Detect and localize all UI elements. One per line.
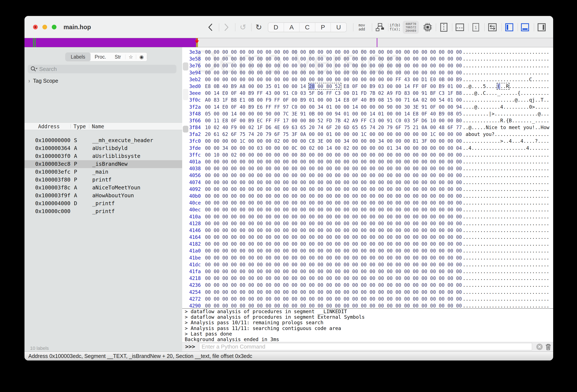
cell-name: _printf (92, 200, 115, 207)
hex-row-3fa2[interactable]: 3fa220 61 62 6F 75 74 20 79 6F 75 3F 0A … (182, 131, 553, 138)
clear-console-button[interactable]: ✕ (536, 344, 543, 350)
hex-row-4092[interactable]: 409200 00 00 00 00 00 00 00 00 00 00 00 … (182, 186, 553, 193)
split-view-button[interactable] (438, 22, 450, 32)
segment-d-button[interactable]: D (268, 23, 284, 32)
sidebar-tab-scope[interactable]: ◉ (136, 53, 147, 61)
hex-row-3e76[interactable]: 3e7600 00 00 00 00 00 00 00 00 00 00 00 … (182, 62, 553, 69)
sidebar-tab-labels[interactable]: Labels (65, 53, 91, 61)
hex-row-4236[interactable]: 423600 00 00 00 00 00 00 00 00 00 00 00 … (182, 282, 553, 288)
label-row-__mh_execute_header[interactable]: 0x100000000S__mh_execute_header (25, 137, 182, 144)
hex-row-3eee[interactable]: 3eee00 14 E0 0F 40 B9 FF 43 00 91 C0 03 … (182, 90, 553, 97)
sidebar-tab-str[interactable]: Str (110, 53, 125, 61)
column-divider[interactable] (89, 124, 89, 128)
label-row-_printf[interactable]: 0x100004000D_printf (25, 200, 182, 208)
labels-table-header[interactable]: Address Type Name (25, 122, 182, 130)
hex-row-4182[interactable]: 418200 00 00 00 00 00 00 00 00 00 00 00 … (182, 241, 553, 247)
flowchart-icon (375, 23, 385, 32)
hex-row-4056[interactable]: 405600 00 00 00 00 00 00 00 00 00 00 00 … (182, 172, 553, 179)
navigate-forward-button[interactable] (222, 22, 231, 32)
control-flow-graph-button[interactable] (373, 22, 387, 32)
pseudocode-button[interactable]: if(b) f(x); (388, 22, 402, 32)
hex-row-41dc[interactable]: 41dc00 00 00 00 00 00 00 00 00 00 00 00 … (182, 261, 553, 268)
hex-row-41fa[interactable]: 41fa00 00 00 00 00 00 00 00 00 00 00 00 … (182, 268, 553, 275)
hex-row-3f2a[interactable]: 3f2a00 14 E0 0F 40 B9 E6 FF FF 97 C0 00 … (182, 104, 553, 110)
horizontal-split-button[interactable] (454, 22, 466, 32)
python-command-input[interactable] (199, 343, 532, 350)
hex-row-3ffc[interactable]: 3ffc00 10 00 02 00 00 00 00 00 00 00 80 … (182, 151, 553, 158)
label-row-aNiceToMeetYoun[interactable]: 0x100003f8cAaNiceToMeetYoun (25, 184, 182, 192)
hex-row-40ec[interactable]: 40ec00 00 00 00 00 00 00 00 00 00 00 00 … (182, 206, 553, 213)
hex-row-4164[interactable]: 416400 00 00 00 00 00 00 00 00 00 00 00 … (182, 234, 553, 241)
hex-row-3f66[interactable]: 3f6600 11 E8 0F 00 B9 EC FF FF 17 00 00 … (182, 117, 553, 124)
trash-icon[interactable] (544, 343, 552, 351)
label-row-_printf[interactable]: 0x10000c000_printf (25, 208, 182, 215)
toggle-left-panel-button[interactable] (504, 22, 515, 32)
navigate-back-button[interactable] (206, 22, 215, 32)
hex-row-4146[interactable]: 414600 00 00 00 00 00 00 00 00 00 00 00 … (182, 227, 553, 234)
redo-button[interactable]: ↻ (254, 22, 264, 32)
label-row-_isBrandNew[interactable]: 0x100003ec8P_isBrandNew (25, 160, 182, 168)
hex-ascii: .............................. (463, 207, 549, 213)
column-divider[interactable] (71, 124, 71, 128)
hex-row-3e3a[interactable]: 3e3a00 00 00 00 00 00 00 00 00 00 00 00 … (182, 49, 553, 55)
segment-minimap-bar[interactable] (25, 38, 553, 47)
hex-ascii: about you?................... (463, 131, 549, 137)
hex-row-4290[interactable]: 429000 00 00 00 00 00 00 00 00 00 00 00 … (182, 302, 553, 308)
column-header-type[interactable]: Type (73, 124, 86, 130)
label-row-aUsrlibdyld[interactable]: 0x100000364AaUsrlibdyld (25, 144, 182, 152)
tag-scope-row[interactable]: › Tag Scope (28, 77, 58, 84)
hex-editor-pane[interactable]: Demo Version 3e3a00 00 00 00 00 00 00 00… (182, 47, 553, 308)
hex-row-3ed0[interactable]: 3ed0E8 0B 40 B9 A8 00 00 35 01 00 00 14 … (182, 83, 553, 90)
hex-row-41a0[interactable]: 41a000 00 00 00 00 00 00 00 00 00 00 00 … (182, 247, 553, 254)
hex-row-4254[interactable]: 425400 00 00 00 00 00 00 00 00 00 00 00 … (182, 289, 553, 295)
hex-row-3f0c[interactable]: 3f0cA0 83 1F B8 E1 0B 00 F9 FF 0F 00 B9 … (182, 97, 553, 103)
undo-button[interactable]: ↺ (238, 22, 248, 32)
label-row-aHowAboutYoun[interactable]: 0x100003f9fAaHowAboutYoun (25, 192, 182, 200)
label-row-_main[interactable]: 0x100003efcP_main (25, 168, 182, 176)
hex-row-3eb2[interactable]: 3eb200 00 00 00 00 00 00 00 00 00 00 00 … (182, 76, 553, 83)
label-row-printf[interactable]: 0x100003f80Pprintf (25, 176, 182, 184)
zoom-window-button[interactable] (52, 25, 56, 29)
hex-row-4272[interactable]: 427200 00 00 00 00 00 00 00 00 00 00 00 … (182, 295, 553, 302)
column-header-address[interactable]: Address (38, 124, 60, 130)
close-window-button[interactable] (33, 25, 38, 29)
hex-row-3fde[interactable]: 3fde00 00 34 00 00 00 03 00 00 00 0C 00 … (182, 145, 553, 151)
hex-row-4038[interactable]: 403800 00 00 00 00 00 00 00 00 00 00 00 … (182, 165, 553, 172)
search-input[interactable] (39, 66, 168, 73)
minimize-window-button[interactable] (42, 25, 47, 29)
hex-row-3fc0[interactable]: 3fc000 00 00 00 1C 00 00 00 02 00 00 00 … (182, 138, 553, 144)
toggle-right-panel-button[interactable] (536, 22, 547, 32)
column-header-name[interactable]: Name (92, 124, 104, 130)
hex-mode-button[interactable]: 486F70 706572 204469 (403, 21, 419, 34)
cell-addr: 0x100003ec8 (35, 161, 71, 167)
hex-row-40b0[interactable]: 40b000 00 00 00 00 00 00 00 00 00 00 00 … (182, 193, 553, 199)
hex-row-4128[interactable]: 412800 00 00 00 00 00 00 00 00 00 00 00 … (182, 220, 553, 227)
segment-a-button[interactable]: A (284, 23, 300, 32)
single-column-button[interactable]: 1 (470, 22, 482, 32)
segment-p-button[interactable]: P (315, 23, 331, 32)
hex-row-4218[interactable]: 421800 00 00 00 00 00 00 00 00 00 00 00 … (182, 275, 553, 282)
hex-row-3f48[interactable]: 3f4805 00 00 14 00 00 00 90 00 7C 3E 91 … (182, 110, 553, 117)
sidebar-tab-star[interactable]: ☆ (125, 53, 136, 61)
sidebar-tab-proc[interactable]: Proc. (91, 53, 110, 61)
hex-row-3f84[interactable]: 3f8410 02 40 F9 00 02 1F D6 4E 69 63 65 … (182, 124, 553, 131)
toggle-bottom-panel-button[interactable] (519, 22, 531, 32)
hex-row-3e94[interactable]: 3e9400 00 00 00 00 00 00 00 00 00 00 00 … (182, 69, 553, 76)
hex-row-41be[interactable]: 41be00 00 00 00 00 00 00 00 00 00 00 00 … (182, 254, 553, 261)
hex-address: 41a0 (189, 247, 205, 254)
hex-row-401a[interactable]: 401a00 00 00 00 00 00 00 00 00 00 00 00 … (182, 158, 553, 165)
label-row-aUsrliblibsyste[interactable]: 0x1000003f0AaUsrliblibsyste (25, 152, 182, 160)
hex-row-4074[interactable]: 407400 00 00 00 00 00 00 00 00 00 00 00 … (182, 179, 553, 186)
hex-bytes: 00 00 00 00 00 00 00 00 00 00 00 00 00 0… (205, 255, 462, 261)
cpu-button[interactable] (421, 22, 434, 32)
hex-row-3e58[interactable]: 3e5800 00 00 00 00 00 00 00 00 00 00 00 … (182, 55, 553, 62)
segment-c-button[interactable]: C (300, 23, 315, 32)
hex-row-40ce[interactable]: 40ce00 00 00 00 00 00 00 00 00 00 00 00 … (182, 199, 553, 206)
search-field[interactable] (28, 65, 177, 73)
hex-bytes: 00 00 00 00 00 00 00 00 00 00 00 00 00 0… (205, 296, 462, 302)
hex-row-410a[interactable]: 410a00 00 00 00 00 00 00 00 00 00 00 00 … (182, 213, 553, 220)
mov-add-button[interactable]: mov add (354, 22, 369, 32)
cell-addr: 0x100004000 (35, 200, 71, 207)
segment-u-button[interactable]: U (331, 23, 346, 32)
exchange-view-button[interactable] (486, 22, 499, 32)
